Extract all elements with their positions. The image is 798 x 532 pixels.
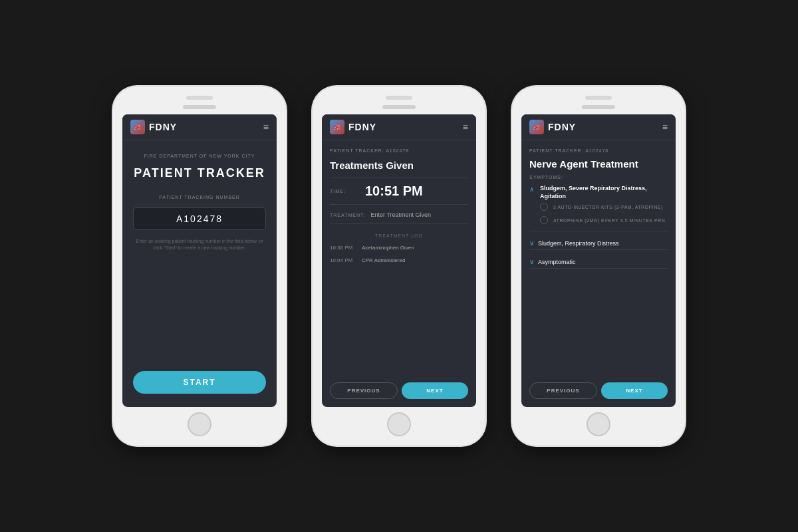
logo-badge-1: 🚒: [130, 120, 145, 134]
tracking-field-label: PATIENT TRACKING NUMBER: [159, 195, 240, 200]
screen1-title: PATIENT TRACKER: [134, 166, 265, 180]
app-header-1: 🚒 FDNY ≡: [122, 114, 277, 140]
treatment-option-0-0[interactable]: 3 AUTO-INJECTOR KITS (2-PAM, ATROPINE): [529, 200, 668, 213]
phone-screen-1: 🚒 FDNY ≡ FIRE DEPARTMENT OF NEW YORK CIT…: [122, 114, 277, 407]
helper-text: Enter an existing patient tracking numbe…: [133, 238, 266, 251]
chevron-down-icon-2: ∨: [529, 258, 534, 265]
menu-icon-1[interactable]: ≡: [263, 122, 269, 132]
chevron-up-icon-0: ∧: [529, 186, 536, 193]
radio-circle-0-1[interactable]: [540, 216, 548, 224]
chevron-down-icon-1: ∨: [529, 239, 534, 247]
tracking-number-display[interactable]: A102478: [133, 207, 266, 230]
symptom-name-0: Sludgem, Severe Repiratory Distress, Agi…: [540, 185, 668, 200]
previous-button-3[interactable]: PREVIOUS: [529, 382, 597, 399]
phone-speaker-1: [183, 105, 216, 109]
next-button-2[interactable]: NEXT: [402, 382, 468, 399]
time-label: TIME:: [330, 189, 360, 194]
time-row: TIME: 10:51 PM: [330, 178, 468, 205]
treatment-text-0-0: 3 AUTO-INJECTOR KITS (2-PAM, ATROPINE): [553, 205, 663, 209]
app-header-3: 🚒 FDNY ≡: [521, 114, 676, 140]
symptom-group-2[interactable]: ∨ Asymptomatic: [529, 255, 668, 269]
app-logo-3: 🚒 FDNY: [529, 120, 576, 134]
patient-id-3: PATIENT TRACKER: A102478: [529, 148, 668, 153]
log-desc-0: Acetaminophen Given: [362, 245, 414, 251]
app-header-2: 🚒 FDNY ≡: [322, 114, 476, 140]
screen2-body: PATIENT TRACKER: A102478 Treatments Give…: [322, 140, 476, 407]
radio-circle-0-0[interactable]: [540, 203, 548, 211]
phone-top-button-2: [386, 96, 412, 100]
logo-badge-3: 🚒: [529, 120, 544, 134]
log-entry-0: 10:36 PM Acetaminophen Given: [330, 245, 468, 251]
treatment-placeholder[interactable]: Enter Treatment Given: [370, 211, 431, 218]
log-desc-1: CPR Administered: [362, 257, 405, 263]
phone-home-button-3[interactable]: [587, 412, 610, 436]
phone-home-button-2[interactable]: [387, 412, 411, 436]
treatment-row: TREATMENT: Enter Treatment Given: [330, 211, 468, 224]
phone-speaker-2: [382, 105, 416, 109]
time-value: 10:51 PM: [365, 184, 423, 199]
symptom-name-2: Asymptomatic: [538, 259, 576, 265]
start-button[interactable]: START: [133, 371, 266, 394]
menu-icon-3[interactable]: ≡: [662, 122, 668, 132]
app-logo-2: 🚒 FDNY: [330, 120, 376, 134]
nav-buttons-3: PREVIOUS NEXT: [529, 382, 668, 399]
screen3-body: PATIENT TRACKER: A102478 Nerve Agent Tre…: [521, 140, 676, 407]
nav-buttons-2: PREVIOUS NEXT: [330, 382, 468, 399]
log-entry-1: 10:04 PM CPR Administered: [330, 257, 468, 263]
phone-top-button-1: [186, 96, 213, 100]
screen1-body: FIRE DEPARTMENT OF NEW YORK CITY PATIENT…: [122, 140, 277, 407]
symptom-name-1: Sludgem, Respiratory Distress: [538, 240, 619, 247]
phone-speaker-3: [582, 105, 615, 109]
phone-screen-3: 🚒 FDNY ≡ PATIENT TRACKER: A102478 Nerve …: [521, 114, 676, 407]
phone-home-button-1[interactable]: [188, 412, 211, 436]
symptom-group-1[interactable]: ∨ Sludgem, Respiratory Distress: [529, 237, 668, 250]
log-time-0: 10:36 PM: [330, 245, 355, 251]
phone-screen-2: 🚒 FDNY ≡ PATIENT TRACKER: A102478 Treatm…: [322, 114, 476, 407]
phone-3: 🚒 FDNY ≡ PATIENT TRACKER: A102478 Nerve …: [512, 86, 685, 446]
section-title-3: Nerve Agent Treatment: [529, 158, 668, 170]
logo-badge-2: 🚒: [330, 120, 344, 134]
phone-top-button-3: [585, 96, 612, 100]
app-title-3: FDNY: [548, 122, 576, 132]
app-title-2: FDNY: [348, 122, 376, 132]
menu-icon-2[interactable]: ≡: [463, 122, 468, 132]
phone-1: 🚒 FDNY ≡ FIRE DEPARTMENT OF NEW YORK CIT…: [113, 86, 286, 446]
previous-button-2[interactable]: PREVIOUS: [330, 382, 398, 399]
treatment-option-0-1[interactable]: ATROPHINE (2MG) EVERY 3-5 MINUTES PRN: [529, 213, 668, 227]
phone-2: 🚒 FDNY ≡ PATIENT TRACKER: A102478 Treatm…: [313, 86, 485, 446]
patient-id-2: PATIENT TRACKER: A102478: [330, 148, 468, 153]
log-header: TREATMENT LOG: [330, 233, 468, 238]
section-title-2: Treatments Given: [330, 160, 468, 171]
phones-container: 🚒 FDNY ≡ FIRE DEPARTMENT OF NEW YORK CIT…: [113, 86, 685, 446]
treatment-text-0-1: ATROPHINE (2MG) EVERY 3-5 MINUTES PRN: [553, 218, 665, 223]
symptom-header-0[interactable]: ∧ Sludgem, Severe Repiratory Distress, A…: [529, 185, 668, 200]
next-button-3[interactable]: NEXT: [601, 382, 668, 399]
app-logo-1: 🚒 FDNY: [130, 120, 177, 134]
symptoms-label: SYMPTOMS:: [529, 175, 668, 180]
treatment-label: TREATMENT:: [330, 213, 365, 217]
symptom-group-0: ∧ Sludgem, Severe Repiratory Distress, A…: [529, 185, 668, 231]
log-time-1: 10:04 PM: [330, 257, 355, 263]
app-title-1: FDNY: [149, 122, 177, 132]
dept-label: FIRE DEPARTMENT OF NEW YORK CITY: [144, 154, 255, 158]
